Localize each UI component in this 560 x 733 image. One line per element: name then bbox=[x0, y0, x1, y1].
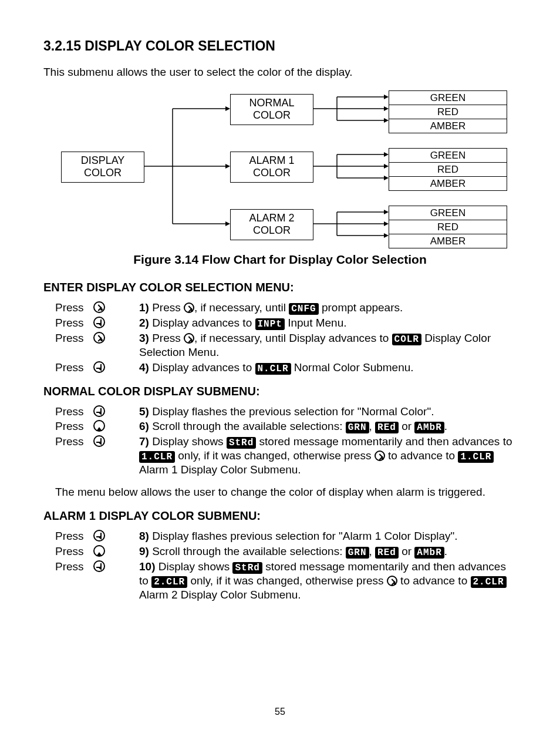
press-label: Press bbox=[55, 529, 93, 543]
t: , if necessary, until Display advances t… bbox=[194, 332, 392, 344]
step-7: Press 7) Display shows StRd stored messa… bbox=[55, 435, 517, 477]
t: Press bbox=[149, 332, 184, 344]
menu-icon bbox=[375, 450, 385, 461]
t: . bbox=[444, 545, 447, 557]
svg-marker-21 bbox=[384, 164, 389, 169]
step-num: 2) bbox=[139, 317, 149, 329]
badge-1clr: 1.CLR bbox=[458, 451, 494, 463]
diagram-node0-l2: COLOR bbox=[253, 109, 291, 121]
step-8: Press 8) Display flashes previous select… bbox=[55, 529, 517, 543]
step-5-text: 5) Display flashes the previous selectio… bbox=[139, 405, 517, 419]
enter-icon bbox=[93, 530, 105, 542]
opt-green: GREEN bbox=[389, 149, 507, 163]
svg-marker-15 bbox=[384, 118, 389, 123]
opt-green: GREEN bbox=[389, 206, 507, 220]
opt-red: RED bbox=[389, 105, 507, 119]
badge-ambr: AMbR bbox=[414, 422, 444, 433]
opt-red: RED bbox=[389, 220, 507, 234]
badge-red: REd bbox=[375, 547, 399, 559]
press-label: Press bbox=[55, 331, 93, 345]
step-1: Press 1) Press , if necessary, until CNF… bbox=[55, 301, 517, 315]
badge-cnfg: CNFG bbox=[289, 303, 318, 315]
step-num: 1) bbox=[139, 301, 149, 314]
diagram-node0-l1: NORMAL bbox=[249, 97, 294, 109]
up-icon bbox=[93, 545, 105, 557]
menu-icon bbox=[387, 576, 397, 586]
menu-icon bbox=[93, 332, 105, 344]
t: Alarm 2 Display Color Submenu. bbox=[139, 589, 301, 601]
diagram-options-3: GREEN RED AMBER bbox=[389, 206, 507, 249]
section-normal-header: NORMAL COLOR DISPLAY SUBMENU: bbox=[43, 384, 517, 399]
t: Display advances to bbox=[149, 317, 255, 329]
step-4: Press 4) Display advances to N.CLR Norma… bbox=[55, 361, 517, 375]
badge-strd: StRd bbox=[232, 562, 262, 574]
intro-text: This submenu allows the user to select t… bbox=[43, 65, 517, 79]
menu-icon bbox=[184, 302, 194, 313]
step-num: 10) bbox=[139, 560, 155, 573]
enter-icon bbox=[93, 405, 105, 417]
step-num: 7) bbox=[139, 435, 149, 448]
step-num: 3) bbox=[139, 332, 149, 344]
diagram-node1-l1: ALARM 1 bbox=[249, 154, 294, 166]
step-2-text: 2) Display advances to INPt Input Menu. bbox=[139, 316, 517, 330]
press-label: Press bbox=[55, 361, 93, 375]
enter-icon bbox=[93, 361, 105, 373]
diagram-options-1: GREEN RED AMBER bbox=[389, 90, 507, 134]
svg-marker-29 bbox=[384, 221, 389, 226]
t: to advance to bbox=[397, 574, 471, 587]
badge-colr: COLR bbox=[392, 334, 421, 345]
press-label: Press bbox=[55, 301, 93, 315]
step-7-text: 7) Display shows StRd stored message mom… bbox=[139, 435, 517, 477]
t: Press bbox=[149, 301, 184, 314]
t: only, if it was changed, otherwise press bbox=[187, 574, 387, 587]
svg-marker-11 bbox=[384, 95, 389, 99]
press-label: Press bbox=[55, 419, 93, 433]
badge-grn: GRN bbox=[346, 422, 369, 433]
t: . bbox=[444, 420, 447, 432]
step-2: Press 2) Display advances to INPt Input … bbox=[55, 316, 517, 330]
t: Display flashes previous selection for "… bbox=[149, 530, 458, 542]
badge-strd: StRd bbox=[227, 437, 256, 449]
diagram-node-alarm1: ALARM 1 COLOR bbox=[230, 152, 313, 183]
section-enter-header: ENTER DISPLAY COLOR SELECTION MENU: bbox=[43, 280, 517, 295]
press-label: Press bbox=[55, 435, 93, 449]
menu-icon bbox=[184, 333, 194, 344]
badge-red: REd bbox=[375, 422, 399, 433]
svg-marker-13 bbox=[384, 106, 389, 111]
step-5: Press 5) Display flashes the previous se… bbox=[55, 405, 517, 419]
step-num: 4) bbox=[139, 361, 149, 374]
step-num: 8) bbox=[139, 530, 149, 542]
t: , bbox=[369, 420, 376, 432]
steps-enter: Press 1) Press , if necessary, until CNF… bbox=[55, 301, 517, 375]
t: Display shows bbox=[149, 435, 227, 448]
diagram-node2-l1: ALARM 2 bbox=[249, 212, 294, 224]
step-3: Press 3) Press , if necessary, until Dis… bbox=[55, 331, 517, 359]
diagram-node-alarm2: ALARM 2 COLOR bbox=[230, 209, 313, 240]
badge-ambr: AMbR bbox=[414, 547, 444, 559]
step-3-text: 3) Press , if necessary, until Display a… bbox=[139, 331, 517, 359]
opt-amber: AMBER bbox=[389, 234, 507, 248]
t: Display flashes the previous selection f… bbox=[149, 405, 434, 418]
svg-marker-7 bbox=[225, 221, 230, 226]
section-alarm1-header: ALARM 1 DISPLAY COLOR SUBMENU: bbox=[43, 509, 517, 523]
step-num: 5) bbox=[139, 405, 149, 418]
enter-icon bbox=[93, 317, 105, 328]
t: Scroll through the available selections: bbox=[149, 420, 346, 432]
badge-nclr: N.CLR bbox=[255, 363, 291, 375]
diagram-root-line2: COLOR bbox=[84, 167, 122, 179]
enter-icon bbox=[93, 435, 105, 447]
press-label: Press bbox=[55, 316, 93, 330]
step-8-text: 8) Display flashes previous selection fo… bbox=[139, 529, 517, 543]
t: Display shows bbox=[155, 560, 232, 573]
step-4-text: 4) Display advances to N.CLR Normal Colo… bbox=[139, 361, 517, 375]
t: or bbox=[399, 545, 414, 557]
diagram-options-2: GREEN RED AMBER bbox=[389, 148, 507, 191]
diagram-root-line1: DISPLAY bbox=[81, 154, 125, 166]
svg-marker-19 bbox=[384, 152, 389, 157]
page-number: 55 bbox=[0, 706, 560, 718]
diagram-node-normal: NORMAL COLOR bbox=[230, 94, 313, 125]
diagram-flowchart: DISPLAY COLOR NORMAL COLOR ALARM 1 COLOR… bbox=[43, 91, 517, 244]
up-icon bbox=[93, 420, 105, 432]
step-1-text: 1) Press , if necessary, until CNFG prom… bbox=[139, 301, 517, 315]
badge-grn: GRN bbox=[346, 547, 369, 559]
